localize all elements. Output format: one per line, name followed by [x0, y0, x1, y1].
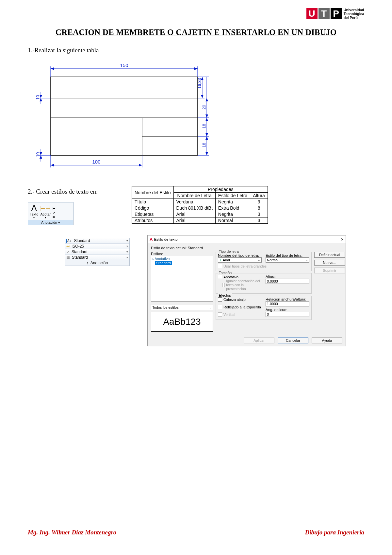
logo-u: U	[306, 8, 318, 19]
style-filter-combo[interactable]: Todos los estilos⌄	[151, 305, 213, 310]
svg-text:20: 20	[202, 105, 206, 110]
logo-text-1: Universidad	[344, 8, 364, 12]
match-orient-checkbox: Igualar orientación del texto con la pre…	[222, 279, 262, 291]
mleader-style-dropdown[interactable]: ↗Standard▾	[65, 249, 129, 255]
svg-marker-25	[201, 95, 204, 98]
svg-marker-15	[139, 164, 142, 166]
annotation-panel-label[interactable]: Anotación ▾	[28, 220, 73, 225]
font-style-label: Estilo del tipo de letra:	[266, 253, 309, 257]
styles-label: Estilos:	[151, 252, 213, 256]
table-row: EtiquetasArialNegrita3	[132, 211, 268, 217]
svg-marker-8	[51, 67, 54, 70]
set-current-button[interactable]: Definir actual	[314, 252, 345, 258]
svg-marker-31	[205, 152, 208, 155]
font-style-combo[interactable]: Normal⌄	[266, 257, 309, 263]
help-button[interactable]: Ayuda	[312, 338, 342, 343]
logo-text-2: Tecnológica	[344, 12, 364, 16]
vertical-checkbox: Vertical	[218, 312, 262, 317]
size-group: Tamaño	[218, 271, 233, 275]
svg-marker-27	[205, 114, 208, 118]
svg-marker-30	[205, 136, 208, 140]
text-styles-spec-table: Nombre del EstiloPropiedades Nombre de L…	[132, 186, 268, 224]
title-block-diagram: 150 100 16,33 20 18 18	[28, 61, 364, 175]
svg-marker-9	[194, 67, 198, 70]
svg-marker-28	[205, 118, 208, 121]
logo-text-3: del Perú	[344, 16, 364, 20]
svg-marker-14	[51, 164, 54, 166]
cancel-button[interactable]: Cancelar	[278, 338, 308, 343]
footer-course: Dibujo para Ingeniería	[305, 529, 364, 536]
svg-text:10: 10	[35, 95, 40, 100]
page-title: CREACION DE MEMBRETE O CAJETIN E INSERTA…	[28, 28, 364, 37]
th-font-name: Nombre de Letra	[173, 193, 215, 199]
height-input[interactable]: 0.0000	[266, 279, 309, 284]
th-font-style: Estilo de Letra	[215, 193, 250, 199]
font-name-combo[interactable]: TArial⌄	[218, 257, 262, 263]
close-icon[interactable]: ×	[341, 236, 344, 242]
font-group: Tipo de letra	[218, 250, 240, 253]
utp-logo: U T P Universidad Tecnológica del Perú	[306, 8, 364, 20]
svg-rect-0	[51, 77, 198, 155]
logo-p: P	[331, 8, 342, 19]
svg-text:150: 150	[120, 62, 128, 68]
apply-button: Aplicar	[244, 338, 274, 343]
oblique-label: Áng. oblicuo:	[266, 308, 309, 312]
list-item-selected: Standard	[155, 261, 172, 265]
width-factor-input[interactable]: 1.0000	[266, 301, 309, 306]
table-row: TítuloVerdanaNegrita9	[132, 199, 268, 205]
list-item: ▵ Anotativo	[152, 257, 212, 261]
dim-style-dropdown[interactable]: ↤ISO-25▾	[65, 244, 129, 249]
th-style-name: Nombre del Estilo	[132, 186, 174, 199]
footer-author: Mg. Ing. Wilmer Díaz Montenegro	[28, 529, 116, 536]
th-properties: Propiedades	[173, 186, 268, 193]
step-2: 2.- Crear estilos de texto en:	[28, 188, 126, 195]
svg-text:10: 10	[35, 152, 40, 157]
delete-button: Suprimir	[314, 268, 345, 273]
svg-text:100: 100	[92, 159, 100, 165]
annotation-ribbon-panel: A Texto ▾ ⊢⊣ Acotar ▾ ⊢ ·↗ ·▦ Anotación …	[28, 202, 74, 225]
table-row: AtributosArialNormal3	[132, 217, 268, 224]
font-name-label: Nombre del tipo de letra:	[218, 253, 262, 257]
th-height: Altura	[250, 193, 268, 199]
new-button[interactable]: Nuevo...	[314, 260, 345, 266]
svg-text:18: 18	[202, 124, 206, 129]
backwards-checkbox[interactable]: Reflejado a la izquierda	[218, 305, 262, 309]
annotation-panel-footer[interactable]: ↕Anotación	[65, 260, 129, 266]
dialog-title: Estilo de texto	[154, 237, 177, 241]
width-factor-label: Relación anchura/altura:	[266, 297, 309, 301]
mini-tools[interactable]: ⊢ ·↗ ·▦	[52, 204, 58, 219]
annotative-checkbox[interactable]: Anotativo	[218, 275, 262, 279]
svg-text:16,33: 16,33	[197, 78, 202, 89]
text-style-dialog: A Estilo de texto × Estilo de texto actu…	[147, 235, 346, 346]
text-tool-label: Texto	[30, 212, 38, 216]
annotation-style-dropdowns: A↓Standard▾ ↤ISO-25▾ ↗Standard▾ ▦Standar…	[65, 238, 130, 266]
table-style-dropdown[interactable]: ▦Standard▾	[65, 255, 129, 260]
style-preview: AaBb123	[151, 312, 213, 332]
bigfont-checkbox: Usar tipos de letra grandes	[218, 264, 309, 268]
logo-t: T	[318, 8, 330, 19]
table-row: CódigoDuch 801 XB dtBtExtra Bold8	[132, 205, 268, 211]
upside-down-checkbox[interactable]: Cabeza abajo	[218, 297, 262, 302]
dimension-tool-label: Acotar	[40, 212, 51, 216]
effects-group: Efectos	[218, 293, 232, 297]
styles-listbox[interactable]: ▵ Anotativo Standard	[151, 256, 213, 302]
step-1: 1.-Realizar la siguiente tabla	[28, 47, 364, 54]
text-style-dropdown[interactable]: A↓Standard▾	[65, 238, 129, 244]
text-tool-button[interactable]: A Texto ▾	[29, 204, 39, 219]
svg-marker-29	[205, 133, 208, 136]
autocad-a-icon: A	[150, 237, 153, 242]
current-style-label: Estilo de texto actual: Standard	[151, 246, 342, 250]
svg-text:18: 18	[202, 143, 206, 147]
svg-marker-26	[205, 98, 208, 101]
oblique-input[interactable]: 0	[266, 312, 309, 317]
height-label: Altura	[266, 275, 309, 279]
dimension-tool-button[interactable]: ⊢⊣ Acotar ▾	[39, 204, 52, 219]
